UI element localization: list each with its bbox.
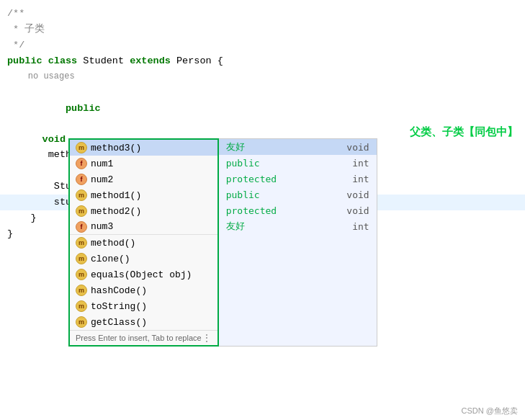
autocomplete-popup[interactable]: m method3() f num1 f num2 m method1() m … (68, 138, 377, 347)
list-item[interactable]: f num1 (70, 156, 217, 171)
footer-hint: Press Enter to insert, Tab to replace (76, 334, 202, 342)
detail-item: public int (219, 155, 377, 171)
code-line-5: no usages (0, 69, 525, 85)
detail-item: protected void (219, 202, 377, 218)
method-icon: m (76, 253, 87, 264)
list-item[interactable]: f num3 (70, 219, 217, 235)
field-icon: f (76, 158, 87, 169)
method-icon: m (76, 269, 87, 280)
detail-item: protected int (219, 171, 377, 187)
detail-item: public void (219, 187, 377, 202)
more-dots: ⋮ (202, 332, 212, 344)
code-line-3: */ (0, 37, 525, 53)
list-item[interactable]: m clone() (70, 251, 217, 267)
method-icon: m (76, 316, 87, 328)
field-icon: f (76, 174, 87, 185)
method-icon: m (76, 142, 87, 153)
method-icon: m (76, 205, 87, 217)
method-icon: m (76, 189, 87, 201)
list-item[interactable]: f num2 (70, 171, 217, 187)
list-item[interactable]: m method3() (70, 140, 217, 156)
detail-item: 友好 int (219, 218, 377, 234)
code-line-4: public class Student extends Person { (0, 53, 525, 69)
list-item[interactable]: m hashCode() (70, 282, 217, 298)
list-item[interactable]: m method2() (70, 203, 217, 219)
autocomplete-footer: Press Enter to insert, Tab to replace ⋮ (70, 330, 217, 345)
field-icon: f (76, 221, 87, 233)
code-line-1: /** (0, 6, 525, 22)
method-icon: m (76, 300, 87, 312)
list-item[interactable]: m equals(Object obj) (70, 267, 217, 282)
list-item[interactable]: m toString() (70, 298, 217, 314)
method-icon: m (76, 237, 87, 249)
side-label: 父类、子类【同包中】 (410, 123, 518, 140)
detail-item: 友好 void (219, 139, 377, 155)
autocomplete-left-panel[interactable]: m method3() f num1 f num2 m method1() m … (68, 138, 219, 347)
autocomplete-right-panel: 友好 void public int protected int public … (219, 138, 377, 347)
list-item[interactable]: m method1() (70, 187, 217, 203)
list-item[interactable]: m method() (70, 235, 217, 251)
code-line-2: * 子类 (0, 22, 525, 37)
watermark: CSDN @鱼悠卖 (462, 406, 518, 416)
method-icon: m (76, 285, 87, 296)
list-item[interactable]: m getClass() (70, 314, 217, 330)
